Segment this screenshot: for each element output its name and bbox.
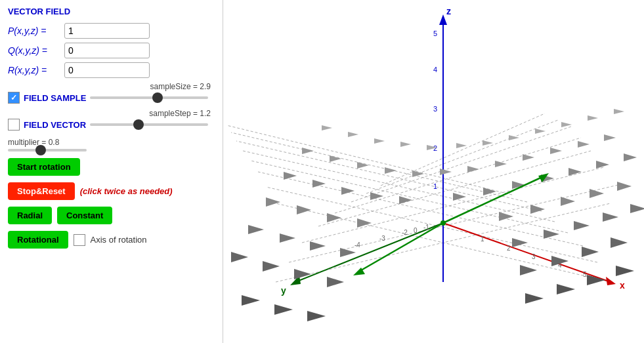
z-tick-1: 1 xyxy=(433,182,437,190)
svg-line-2 xyxy=(302,167,604,243)
field-vector-container: sampleStep = 1.2 FIELD VECTOR xyxy=(8,109,215,132)
r-field-row: R(x,y,z) = xyxy=(8,62,215,78)
svg-line-9 xyxy=(266,187,597,262)
x-tick-neg4: -4 xyxy=(354,241,360,249)
sample-step-label: sampleStep = 1.2 xyxy=(149,109,211,118)
sample-size-label: sampleSize = 2.9 xyxy=(150,82,211,91)
p-field-row: P(x,y,z) = xyxy=(8,23,215,39)
q-input[interactable] xyxy=(64,43,150,58)
field-sample-container: sampleSize = 2.9 FIELD SAMPLE xyxy=(8,82,215,105)
viz-svg: z x y 5 4 3 2 1 1 2 3 4 5 -1 -2 -3 -4 0 xyxy=(223,0,644,343)
sample-step-slider[interactable] xyxy=(90,123,208,126)
y-axis-line xyxy=(295,223,443,282)
x-tick-2: 2 xyxy=(507,245,511,252)
svg-line-3 xyxy=(318,151,591,226)
x-tick-5: 5 xyxy=(583,271,587,278)
x-tick-neg1: -1 xyxy=(423,224,429,231)
x-axis-arrow xyxy=(606,277,616,285)
field-sample-row: FIELD SAMPLE xyxy=(8,92,215,104)
x-tick-3: 3 xyxy=(532,253,536,260)
visualization-panel: z x y 5 4 3 2 1 1 2 3 4 5 -1 -2 -3 -4 0 xyxy=(223,0,644,343)
start-rotation-row: Start rotation xyxy=(8,158,215,176)
x-tick-neg2: -2 xyxy=(402,229,408,236)
svg-line-7 xyxy=(381,113,545,186)
svg-line-12 xyxy=(243,151,555,222)
x-tick-neg3: -3 xyxy=(379,235,385,242)
multiplier-slider[interactable] xyxy=(8,149,87,151)
start-rotation-button[interactable]: Start rotation xyxy=(8,158,80,176)
grid-lines xyxy=(226,113,624,282)
rotational-row: Rotational Axis of rotation xyxy=(8,231,215,249)
z-tick-4: 4 xyxy=(433,66,437,73)
stop-reset-row: Stop&Reset (click twice as needed) xyxy=(8,182,215,200)
r-input[interactable] xyxy=(64,62,150,78)
radial-button[interactable]: Radial xyxy=(8,207,52,224)
axis-checkbox[interactable] xyxy=(74,234,85,246)
q-field-row: Q(x,y,z) = xyxy=(8,43,215,58)
z-axis-label: z xyxy=(446,6,451,16)
left-panel: VECTOR FIELD P(x,y,z) = Q(x,y,z) = R(x,y… xyxy=(0,0,223,343)
multiplier-container: multiplier = 0.8 xyxy=(8,136,215,151)
field-sample-label: FIELD SAMPLE xyxy=(24,93,86,103)
z-tick-5: 5 xyxy=(433,30,437,37)
stop-reset-button[interactable]: Stop&Reset xyxy=(8,182,75,200)
radial-constant-row: Radial Constant xyxy=(8,207,215,224)
origin-dot xyxy=(440,220,446,226)
vector-field-title: VECTOR FIELD xyxy=(8,7,215,16)
svg-line-13 xyxy=(236,141,542,211)
green-vector-2 xyxy=(358,223,443,272)
constant-button[interactable]: Constant xyxy=(57,207,112,224)
x-tick-1: 1 xyxy=(481,235,484,243)
multiplier-row xyxy=(8,149,215,151)
p-label: P(x,y,z) = xyxy=(8,26,60,36)
click-note: (click twice as needed) xyxy=(80,186,173,196)
svg-line-5 xyxy=(351,127,571,202)
field-sample-checkbox[interactable] xyxy=(8,92,20,104)
field-vector-row: FIELD VECTOR xyxy=(8,119,215,131)
axis-label: Axis of rotation xyxy=(91,235,147,245)
rotational-button[interactable]: Rotational xyxy=(8,231,68,249)
x-axis-label: x xyxy=(620,280,625,291)
q-label: Q(x,y,z) = xyxy=(8,45,60,56)
z-tick-3: 3 xyxy=(433,105,437,113)
sample-size-slider[interactable] xyxy=(90,96,208,99)
field-vector-label: FIELD VECTOR xyxy=(24,120,86,130)
field-vector-checkbox[interactable] xyxy=(8,119,20,131)
y-axis-label: y xyxy=(281,285,286,296)
p-input[interactable] xyxy=(64,23,150,39)
vector-arrows xyxy=(231,109,644,321)
svg-line-11 xyxy=(251,161,568,233)
r-label: R(x,y,z) = xyxy=(8,65,60,75)
y-tick-0: 0 xyxy=(414,227,418,234)
